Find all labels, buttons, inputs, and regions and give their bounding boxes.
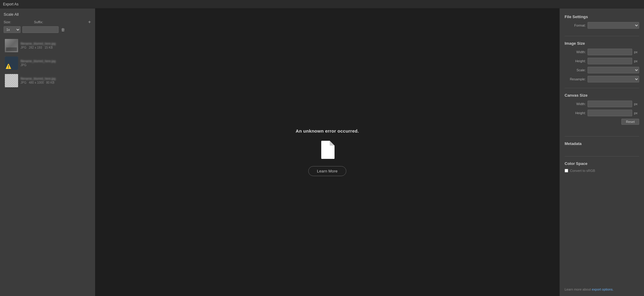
thumb-image-3: [5, 74, 18, 87]
export-item[interactable]: filename_blurred_here.jpg JPG 480 x 1000…: [4, 72, 91, 89]
title-bar: Export As: [0, 0, 644, 8]
learn-more-text: Learn more about: [565, 288, 592, 291]
canvas-width-px: px: [634, 102, 639, 106]
item-meta: JPG: [21, 63, 90, 67]
item-thumbnail: [5, 74, 18, 87]
add-scale-button[interactable]: +: [88, 20, 91, 24]
warning-icon: ⚠️: [5, 63, 11, 69]
thumb-image-1: [5, 39, 18, 52]
file-icon: [320, 141, 335, 159]
item-thumbnail: [5, 39, 18, 52]
metadata-section: Metadata: [565, 140, 639, 149]
canvas-height-px: px: [634, 111, 639, 115]
item-size: 15 KB: [44, 46, 53, 49]
item-dimensions: 480 x 1000: [29, 81, 44, 84]
width-label: Width:: [565, 50, 586, 54]
canvas-size-title: Canvas Size: [565, 93, 639, 98]
divider-4: [565, 156, 639, 156]
convert-srgb-checkbox[interactable]: [565, 169, 568, 172]
canvas-height-input[interactable]: [588, 110, 632, 116]
item-meta: JPG 282 x 193 15 KB: [21, 46, 90, 49]
height-px-label: px: [634, 59, 639, 63]
color-space-section: Color Space Convert to sRGB: [565, 160, 639, 172]
item-name: filename_blurred_here.jpg: [21, 42, 90, 45]
item-info: filename_blurred_here.jpg JPG 282 x 193 …: [21, 42, 90, 49]
title-bar-text: Export As: [3, 2, 18, 6]
right-panel: File Settings Format: Image Size Width: …: [559, 8, 644, 296]
divider-1: [565, 36, 639, 36]
divider-2: [565, 88, 639, 88]
export-options-link[interactable]: export options.: [592, 288, 614, 291]
format-label: Format:: [565, 24, 586, 27]
size-label: Size:: [4, 20, 11, 24]
height-row: Height: px: [565, 58, 639, 64]
delete-scale-button[interactable]: 🗑: [60, 27, 66, 32]
item-format: JPG: [21, 46, 26, 49]
resample-label: Resample:: [565, 77, 586, 81]
image-size-title: Image Size: [565, 41, 639, 46]
item-dimensions: 282 x 193: [29, 46, 42, 49]
width-input[interactable]: [588, 49, 632, 55]
scale-select[interactable]: 1x 2x 0.5x 3x: [4, 26, 21, 33]
suffix-input[interactable]: [22, 26, 59, 33]
divider-3: [565, 136, 639, 137]
color-space-title: Color Space: [565, 161, 639, 166]
resample-select[interactable]: [588, 76, 639, 82]
convert-srgb-row: Convert to sRGB: [565, 169, 639, 172]
item-name: filename_blurred_here.jpg: [21, 77, 90, 80]
canvas-width-row: Width: px: [565, 101, 639, 107]
width-row: Width: px: [565, 49, 639, 55]
scale-label: Scale:: [565, 68, 586, 72]
format-row: Format:: [565, 22, 639, 29]
item-meta: JPG 480 x 1000 80 KB: [21, 81, 90, 84]
reset-button[interactable]: Reset: [621, 119, 639, 125]
scale-controls: 1x 2x 0.5x 3x 🗑: [4, 26, 91, 33]
width-px-label: px: [634, 50, 639, 54]
height-label: Height:: [565, 59, 586, 63]
size-suffix-row: Size: Suffix: +: [4, 20, 91, 24]
scale-select-right[interactable]: [588, 67, 639, 73]
learn-more-button[interactable]: Learn More: [308, 166, 346, 176]
file-settings-title: File Settings: [565, 14, 639, 19]
export-list: filename_blurred_here.jpg JPG 282 x 193 …: [4, 37, 91, 89]
canvas-height-row: Height: px: [565, 110, 639, 116]
error-message: An unknown error occurred.: [296, 128, 359, 134]
center-preview: An unknown error occurred. Learn More: [95, 8, 559, 296]
item-info: filename_blurred_here.jpg JPG: [21, 60, 90, 67]
item-thumbnail: ⚠️: [5, 56, 18, 70]
item-name: filename_blurred_here.jpg: [21, 60, 90, 63]
learn-more-section: Learn more about export options.: [565, 285, 639, 291]
item-size: 80 KB: [46, 81, 54, 84]
main-layout: Scale All Size: Suffix: + 1x 2x 0.5x 3x …: [0, 8, 644, 296]
item-format: JPG: [21, 81, 26, 84]
scale-all-title: Scale All: [4, 12, 91, 17]
left-panel: Scale All Size: Suffix: + 1x 2x 0.5x 3x …: [0, 8, 95, 296]
convert-srgb-label: Convert to sRGB: [570, 169, 595, 172]
canvas-width-input[interactable]: [588, 101, 632, 107]
scale-row: Scale:: [565, 67, 639, 73]
format-select[interactable]: [588, 22, 639, 29]
suffix-label: Suffix:: [34, 20, 43, 24]
export-item[interactable]: filename_blurred_here.jpg JPG 282 x 193 …: [4, 37, 91, 54]
export-item[interactable]: ⚠️ filename_blurred_here.jpg JPG: [4, 55, 91, 72]
canvas-height-label: Height:: [565, 111, 586, 115]
height-input[interactable]: [588, 58, 632, 64]
metadata-title: Metadata: [565, 141, 639, 146]
thumb-image-2: ⚠️: [5, 56, 18, 70]
resample-row: Resample:: [565, 76, 639, 82]
item-format: JPG: [21, 63, 26, 67]
canvas-width-label: Width:: [565, 102, 586, 106]
item-info: filename_blurred_here.jpg JPG 480 x 1000…: [21, 77, 90, 84]
